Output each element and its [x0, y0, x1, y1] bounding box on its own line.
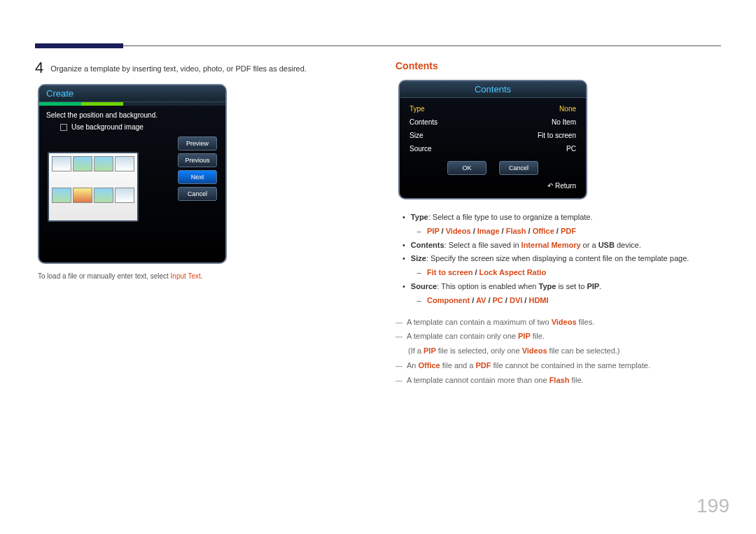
thumbnail[interactable]: [94, 188, 113, 203]
thumbnail-gallery[interactable]: [48, 152, 139, 222]
dash-icon: [416, 266, 421, 280]
dash-icon: [416, 225, 421, 239]
description-list: Type: Select a file type to use to organ…: [402, 211, 721, 308]
progress-seg-2: [81, 102, 123, 106]
cancel-button2[interactable]: Cancel: [499, 161, 538, 175]
b-type-desc: : Select a file type to use to organize …: [428, 213, 593, 221]
footnote-dash-icon: [396, 358, 402, 373]
return-icon[interactable]: ↶: [547, 182, 553, 190]
row-contents-value: No Item: [552, 118, 576, 126]
left-note-post: .: [201, 272, 203, 280]
return-label[interactable]: Return: [555, 182, 576, 190]
dash-icon: [416, 294, 421, 308]
b-contents-k: Contents: [411, 241, 444, 249]
row-source-key: Source: [410, 145, 432, 153]
create-panel-title: Create: [39, 85, 225, 102]
b-size-k: Size: [411, 254, 426, 262]
row-size[interactable]: Size Fit to screen: [408, 129, 578, 142]
size-options: Fit to screen / Lock Aspect Ratio: [427, 266, 546, 280]
progress-seg-1: [39, 102, 81, 106]
contents-panel: Contents Type None Contents No Item Size…: [398, 80, 587, 199]
thumbnail[interactable]: [115, 156, 134, 171]
footnotes: A template can contain a maximum of two …: [396, 315, 721, 388]
footnote-dash-icon: [396, 373, 402, 388]
left-note: To load a file or manually enter text, s…: [38, 272, 360, 280]
progress-bar: [39, 102, 225, 106]
row-contents-key: Contents: [410, 118, 438, 126]
use-background-label: Use background image: [71, 123, 144, 131]
row-type[interactable]: Type None: [408, 102, 578, 115]
thumbnail[interactable]: [94, 156, 113, 171]
thumbnail[interactable]: [115, 188, 134, 203]
row-size-key: Size: [410, 132, 423, 139]
step-number: 4: [35, 60, 43, 76]
progress-seg-rest: [123, 102, 225, 106]
thumbnail[interactable]: [73, 156, 92, 171]
contents-heading: Contents: [396, 60, 721, 71]
thumbnail[interactable]: [73, 188, 92, 203]
page-header-rule: [35, 45, 721, 46]
left-note-pre: To load a file or manually enter text, s…: [38, 272, 171, 280]
row-type-value: None: [559, 105, 576, 113]
footnote-dash-icon: [396, 315, 402, 330]
ok-button[interactable]: OK: [447, 161, 486, 175]
page-number: 199: [696, 495, 729, 517]
step-text: Organize a template by inserting text, v…: [50, 63, 307, 76]
footnote-dash-icon: [396, 329, 402, 344]
use-background-checkbox[interactable]: [60, 124, 67, 131]
header-accent-bar: [35, 43, 123, 48]
bullet-icon: [402, 211, 405, 225]
row-size-value: Fit to screen: [538, 132, 576, 139]
type-options: PIP / Videos / Image / Flash / Office / …: [427, 225, 576, 239]
preview-button[interactable]: Preview: [178, 136, 217, 150]
bullet-icon: [402, 239, 405, 253]
create-panel-subtitle: Select the position and background.: [39, 106, 225, 122]
contents-panel-title: Contents: [400, 81, 586, 98]
source-options: Component / AV / PC / DVI / HDMI: [427, 294, 549, 308]
row-contents[interactable]: Contents No Item: [408, 115, 578, 129]
b-type-k: Type: [411, 213, 428, 221]
row-source[interactable]: Source PC: [408, 142, 578, 155]
row-type-key: Type: [410, 105, 425, 113]
footnote-b2: (If a PIP file is selected, only one Vid…: [396, 344, 721, 358]
bullet-icon: [402, 280, 405, 294]
left-note-red: Input Text: [171, 272, 201, 280]
row-source-value: PC: [566, 145, 576, 153]
bullet-icon: [402, 252, 405, 266]
thumbnail[interactable]: [52, 188, 71, 203]
b-source-k: Source: [411, 282, 437, 290]
create-panel: Create Select the position and backgroun…: [38, 84, 227, 264]
thumbnail[interactable]: [52, 156, 71, 171]
